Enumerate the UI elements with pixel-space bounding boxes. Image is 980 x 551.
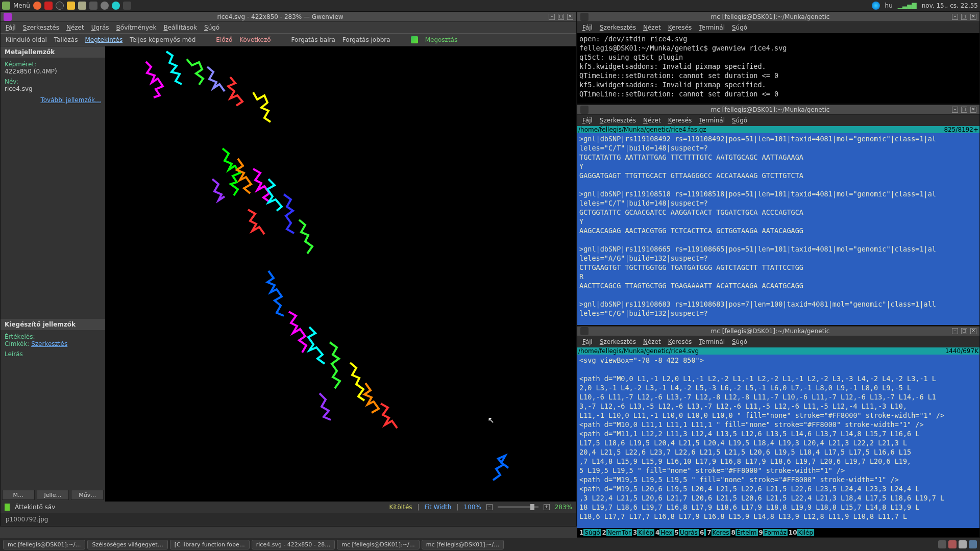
image-canvas[interactable]: ↖ [105, 46, 576, 502]
t1-menu-search[interactable]: Keresés [668, 24, 692, 31]
mc-fkey-2[interactable]: 2NemTör [602, 529, 632, 536]
t3-menu-edit[interactable]: Szerkesztés [600, 338, 636, 345]
app-icon-7[interactable] [112, 2, 120, 10]
app-icon-5[interactable] [89, 2, 97, 10]
t1-menu-edit[interactable]: Szerkesztés [600, 24, 636, 31]
t1-menu-terminal[interactable]: Terminál [699, 24, 725, 31]
t3-menu-search[interactable]: Keresés [668, 338, 692, 345]
term3-titlebar[interactable]: mc [fellegis@DSK01]:~/Munka/genetic –◻✕ [577, 326, 979, 336]
tb-start[interactable]: Kiinduló oldal [6, 36, 47, 43]
menu-view[interactable]: Nézet [66, 24, 84, 31]
whisker-icon[interactable] [2, 2, 10, 10]
term3-max[interactable]: ◻ [961, 328, 967, 334]
clock[interactable]: nov. 15., cs, 22.55 [922, 2, 978, 9]
term2-output[interactable]: >gnl|dbSNP|rs119108492 rs=119108492|pos=… [577, 133, 979, 325]
taskbar-item-0[interactable]: mc [fellegis@DSK01]:~/… [3, 540, 85, 549]
mc-fkey-3[interactable]: 3Kilép [633, 529, 654, 536]
t2-menu-edit[interactable]: Szerkesztés [600, 117, 636, 124]
taskbar-item-5[interactable]: mc [fellegis@DSK01]:~/… [422, 540, 504, 549]
menu-plugins[interactable]: Bővítmények [116, 24, 157, 31]
term3-close[interactable]: ✕ [970, 328, 976, 334]
t1-menu-view[interactable]: Nézet [643, 24, 661, 31]
tb-browse[interactable]: Tallózás [54, 36, 78, 43]
mc-function-keys[interactable]: 1Súgó2NemTör3Kilép4Hex5Ugrás67Keres8Érte… [577, 528, 979, 537]
zoom-fitwidth[interactable]: Fit Width [425, 504, 452, 511]
status-thumbbar[interactable]: Áttekintő sáv [15, 504, 55, 511]
mc-fkey-8[interactable]: 8Értelm [731, 529, 758, 536]
term3-output[interactable]: <svg viewBox="-78 -8 422 850"> <path d="… [577, 355, 979, 528]
t3-menu-help[interactable]: Súgó [732, 338, 747, 345]
menu-settings[interactable]: Beállítások [163, 24, 197, 31]
t3-menu-view[interactable]: Nézet [643, 338, 661, 345]
app-icon-8[interactable] [123, 2, 131, 10]
term1-titlebar[interactable]: mc [fellegis@DSK01]:~/Munka/genetic –◻✕ [577, 12, 979, 22]
mc-fkey-4[interactable]: 4Hex [655, 529, 674, 536]
keyboard-layout[interactable]: hu [885, 2, 893, 9]
t1-menu-file[interactable]: Fájl [582, 24, 593, 31]
zoom-100[interactable]: 100% [463, 504, 481, 511]
t2-menu-file[interactable]: Fájl [582, 117, 593, 124]
t3-menu-file[interactable]: Fájl [582, 338, 593, 345]
mc-fkey-6[interactable]: 6 [700, 529, 706, 536]
app-icon-2[interactable] [56, 2, 64, 10]
tray-icon-2[interactable] [948, 540, 957, 548]
taskbar-item-4[interactable]: mc [fellegis@DSK01]:~/… [337, 540, 419, 549]
tb-fullscreen[interactable]: Teljes képernyős mód [130, 36, 195, 43]
mc-fkey-10[interactable]: 10Kilép [789, 529, 814, 536]
tb-share[interactable]: Megosztás [425, 36, 458, 43]
thumbnail-strip[interactable]: p1000792.jpg [1, 513, 576, 526]
menu-edit[interactable]: Szerkesztés [23, 24, 59, 31]
maximize-button[interactable]: ◻ [558, 14, 564, 20]
menu-file[interactable]: Fájl [6, 24, 16, 31]
menu-help[interactable]: Súgó [204, 24, 219, 31]
term2-close[interactable]: ✕ [970, 107, 976, 113]
taskbar-item-1[interactable]: Szélsőséges világegyet… [87, 540, 167, 549]
t2-menu-view[interactable]: Nézet [643, 117, 661, 124]
zoom-slider[interactable] [498, 506, 538, 508]
mc-fkey-9[interactable]: 9Formáz [759, 529, 788, 536]
term2-titlebar[interactable]: mc [fellegis@DSK01]:~/Munka/genetic –◻✕ [577, 105, 979, 115]
meta-more-link[interactable]: További jellemzők… [40, 96, 101, 104]
t2-menu-search[interactable]: Keresés [668, 117, 692, 124]
zoom-fill[interactable]: Kitöltés [389, 504, 412, 511]
sidebar-tab-b[interactable]: Jelle… [37, 490, 69, 500]
mc-fkey-1[interactable]: 1Súgó [579, 529, 601, 536]
term2-max[interactable]: ◻ [961, 107, 967, 113]
mc-fkey-5[interactable]: 5Ugrás [675, 529, 699, 536]
term1-close[interactable]: ✕ [970, 14, 976, 20]
zoom-out-button[interactable]: – [486, 504, 493, 510]
gwen-titlebar[interactable]: rice4.svg - 422x850 - 283% — Gwenview – … [1, 12, 576, 22]
network-icon[interactable] [872, 2, 880, 10]
tb-prev[interactable]: Előző [216, 36, 232, 43]
mc-fkey-7[interactable]: 7Keres [707, 529, 730, 536]
extra-tags-edit[interactable]: Szerkesztés [31, 340, 67, 347]
tray-icon-1[interactable] [938, 540, 946, 548]
firefox-icon[interactable] [33, 2, 41, 10]
menu-button[interactable]: Menü [13, 2, 30, 9]
zoom-in-button[interactable]: + [544, 504, 550, 510]
close-button[interactable]: ✕ [567, 14, 573, 20]
tray-icon-4[interactable] [969, 540, 977, 548]
term1-max[interactable]: ◻ [961, 14, 967, 20]
term3-min[interactable]: – [952, 328, 958, 334]
sidebar-tab-c[interactable]: Műv… [71, 490, 104, 500]
tb-rotright[interactable]: Forgatás jobbra [342, 36, 390, 43]
app-icon-3[interactable] [67, 2, 75, 10]
taskbar-item-3[interactable]: rice4.svg - 422x850 - 28… [252, 540, 335, 549]
app-icon-4[interactable] [78, 2, 86, 10]
sidebar-tab-a[interactable]: M… [2, 490, 35, 500]
menu-go[interactable]: Ugrás [91, 24, 109, 31]
minimize-button[interactable]: – [549, 14, 555, 20]
t3-menu-terminal[interactable]: Terminál [699, 338, 725, 345]
t2-menu-terminal[interactable]: Terminál [699, 117, 725, 124]
tray-icon-3[interactable] [959, 540, 967, 548]
t1-menu-help[interactable]: Súgó [732, 24, 747, 31]
app-icon-6[interactable] [101, 2, 109, 10]
term1-output[interactable]: open: /dev/stdin rice4.svg fellegis@DSK0… [577, 33, 979, 104]
tb-next[interactable]: Következő [239, 36, 271, 43]
t2-menu-help[interactable]: Súgó [732, 117, 747, 124]
taskbar-item-2[interactable]: [C library function fope… [170, 540, 250, 549]
app-icon-1[interactable] [44, 2, 53, 10]
tb-rotleft[interactable]: Forgatás balra [291, 36, 335, 43]
term1-min[interactable]: – [952, 14, 958, 20]
